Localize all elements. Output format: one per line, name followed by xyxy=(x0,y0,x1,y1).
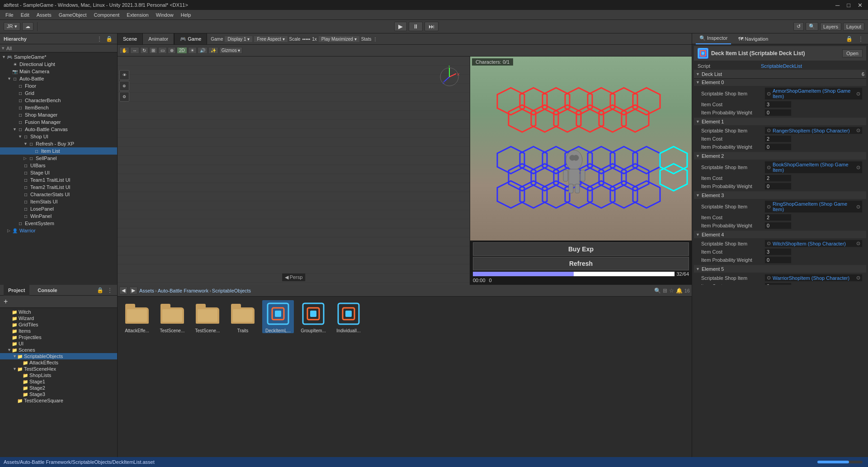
menu-gameobject[interactable]: GameObject xyxy=(55,11,90,19)
layers-button[interactable]: Layers xyxy=(820,23,841,31)
scene-rotate-tool[interactable]: ↻ xyxy=(140,47,148,54)
assets-icon3-button[interactable]: 🔔 xyxy=(676,288,683,294)
weight-input[interactable] xyxy=(764,143,792,151)
weight-input[interactable] xyxy=(764,256,792,264)
tab-game[interactable]: 🎮 Game xyxy=(175,33,207,44)
proj-item-testscenesquare[interactable]: 📁 TestSceneSquare xyxy=(0,397,117,404)
inspector-lock-button[interactable]: 🔒 xyxy=(845,36,854,42)
hierarchy-item-winpanel[interactable]: □ WinPanel xyxy=(0,212,117,220)
scene-gizmos-toggle[interactable]: Gizmos ▾ xyxy=(219,47,243,54)
hierarchy-item-characterbench[interactable]: □ CharacterBench xyxy=(0,97,117,104)
hierarchy-item-grid[interactable]: □ Grid xyxy=(0,90,117,97)
hierarchy-item-fusionmanager[interactable]: □ Fusion Manager xyxy=(0,118,117,126)
inspector-menu-button[interactable]: ⋮ xyxy=(857,36,864,42)
hierarchy-item-uibars[interactable]: □ UIBars xyxy=(0,162,117,169)
project-menu-button[interactable]: ⋮ xyxy=(106,287,113,293)
shop-item-value[interactable]: ⊙ WitchShopItem (Shop Character) ⊙ xyxy=(764,240,863,247)
cost-input[interactable] xyxy=(764,135,792,142)
menu-help[interactable]: Help xyxy=(177,11,195,19)
cost-input[interactable] xyxy=(764,214,792,221)
script-value[interactable]: ScriptableDeckList xyxy=(761,63,802,69)
cloud-button[interactable]: ☁ xyxy=(22,22,33,31)
buy-exp-button[interactable]: Buy Exp xyxy=(473,242,689,256)
menu-component[interactable]: Component xyxy=(90,11,123,19)
layout-button[interactable]: Layout xyxy=(843,23,864,31)
hierarchy-item-characterstatsui[interactable]: □ CharacterStats UI xyxy=(0,191,117,198)
hierarchy-item-team2traitlistui[interactable]: □ Team2 TraitList UI xyxy=(0,184,117,191)
assets-icon1-button[interactable]: ⊞ xyxy=(663,288,667,294)
cost-input[interactable] xyxy=(764,175,792,182)
shop-item-value[interactable]: ⊙ BookShopGameItem (Shop Game Item) ⊙ xyxy=(764,161,863,174)
element-header-3[interactable]: ▼ Element 3 xyxy=(694,192,866,199)
project-lock-button[interactable]: 🔒 xyxy=(96,287,104,293)
assets-forward-button[interactable]: ▶ xyxy=(129,287,137,294)
element-header-5[interactable]: ▼ Element 5 xyxy=(694,265,866,273)
hierarchy-item-losepanel[interactable]: □ LosePanel xyxy=(0,205,117,212)
proj-item-projectiles[interactable]: 📁 Projectiles xyxy=(0,334,117,340)
hierarchy-item-itemlist[interactable]: □ Item List xyxy=(0,147,117,155)
tab-animator[interactable]: Animator xyxy=(143,33,174,44)
hierarchy-item-shopmanager[interactable]: □ Shop Manager xyxy=(0,111,117,118)
menu-extension[interactable]: Extension xyxy=(123,11,152,19)
hierarchy-item-floor[interactable]: □ Floor xyxy=(0,82,117,90)
project-tab-console[interactable]: Console xyxy=(33,285,61,296)
shop-item-edit-icon[interactable]: ⊙ xyxy=(856,275,860,281)
restore-button[interactable]: □ xyxy=(845,2,852,9)
shop-item-value[interactable]: ⊙ WarriorShopItem (Shop Character) ⊙ xyxy=(764,274,863,282)
weight-input[interactable] xyxy=(764,109,792,116)
shop-item-value[interactable]: ⊙ RangerShopItem (Shop Character) ⊙ xyxy=(764,127,863,134)
play-button[interactable]: ▶ xyxy=(394,22,407,31)
assets-search-button[interactable]: 🔍 xyxy=(654,288,661,294)
shop-item-edit-icon[interactable]: ⊙ xyxy=(856,204,860,210)
hierarchy-item-directionallight[interactable]: ☀ Directional Light xyxy=(0,61,117,68)
game-menu-btn[interactable]: ⋮ xyxy=(373,37,377,42)
game-stats-btn[interactable]: Stats xyxy=(361,37,372,42)
game-play-maximized[interactable]: Play Maximized ▾ xyxy=(319,36,359,42)
hierarchy-item-itembench[interactable]: □ ItemBench xyxy=(0,104,117,111)
assets-back-button[interactable]: ◀ xyxy=(119,287,127,294)
account-button[interactable]: JR ▾ xyxy=(4,22,20,31)
scene-2d-toggle[interactable]: 2D xyxy=(177,47,187,54)
tab-scene[interactable]: Scene xyxy=(118,33,143,44)
proj-item-stage1[interactable]: 📁 Stage1 xyxy=(0,378,117,385)
scene-effects-toggle[interactable]: ✨ xyxy=(208,47,218,54)
weight-input[interactable] xyxy=(764,183,792,190)
cost-input[interactable] xyxy=(764,101,792,108)
hierarchy-item-sellpanel[interactable]: ▷ □ SellPanel xyxy=(0,155,117,162)
element-header-1[interactable]: ▼ Element 1 xyxy=(694,118,866,125)
shop-item-edit-icon[interactable]: ⊙ xyxy=(856,241,860,246)
assets-path-assets[interactable]: Assets xyxy=(139,288,154,293)
element-header-2[interactable]: ▼ Element 2 xyxy=(694,152,866,160)
hierarchy-item-shopui[interactable]: ▼ □ Shop UI xyxy=(0,133,117,140)
asset-item-individuali[interactable]: IndividualI... xyxy=(333,300,364,333)
step-button[interactable]: ⏭ xyxy=(425,22,439,31)
close-button[interactable]: ✕ xyxy=(856,2,864,9)
scene-rect-tool[interactable]: ▭ xyxy=(158,47,167,54)
shop-item-value[interactable]: ⊙ ArmorShopGameItem (Shop Game Item) ⊙ xyxy=(764,87,863,100)
proj-item-scriptableobjects[interactable]: ▼ 📁 ScriptableObjects xyxy=(0,353,117,359)
hierarchy-lock-button[interactable]: 🔒 xyxy=(105,36,113,42)
deck-list-section-header[interactable]: ▼ Deck List 6 xyxy=(694,70,866,79)
weight-input[interactable] xyxy=(764,222,792,229)
refresh-button[interactable]: Refresh xyxy=(473,257,689,270)
hierarchy-item-team1traitlistui[interactable]: □ Team1 TraitList UI xyxy=(0,176,117,184)
proj-item-shoplists[interactable]: 📁 ShopLists xyxy=(0,372,117,378)
menu-edit[interactable]: Edit xyxy=(17,11,33,19)
search-button[interactable]: 🔍 xyxy=(806,22,818,31)
shop-item-edit-icon[interactable]: ⊙ xyxy=(856,91,860,97)
game-display-value[interactable]: Display 1 ▾ xyxy=(225,36,252,42)
scene-move-tool[interactable]: ↔ xyxy=(130,47,139,54)
assets-path-scriptable[interactable]: ScriptableObjects xyxy=(212,288,251,293)
inspector-open-button[interactable]: Open xyxy=(842,49,863,57)
menu-assets[interactable]: Assets xyxy=(33,11,55,19)
proj-item-witch[interactable]: 📁 Witch xyxy=(0,309,117,315)
asset-item-groupitem[interactable]: GroupItem... xyxy=(297,300,329,333)
cost-input[interactable] xyxy=(764,248,792,255)
scene-nav-btn[interactable]: ⊕ xyxy=(119,81,129,91)
scene-light-toggle[interactable]: ☀ xyxy=(188,47,197,54)
asset-item-attackeffe[interactable]: AttackEffe... xyxy=(121,300,153,333)
scene-scale-tool[interactable]: ⊞ xyxy=(149,47,157,54)
shop-item-value[interactable]: ⊙ RingShopGameItem (Shop Game Item) ⊙ xyxy=(764,200,863,213)
proj-item-items[interactable]: 📁 Items xyxy=(0,328,117,334)
hierarchy-item-itemstatsui[interactable]: □ ItemStats UI xyxy=(0,198,117,205)
